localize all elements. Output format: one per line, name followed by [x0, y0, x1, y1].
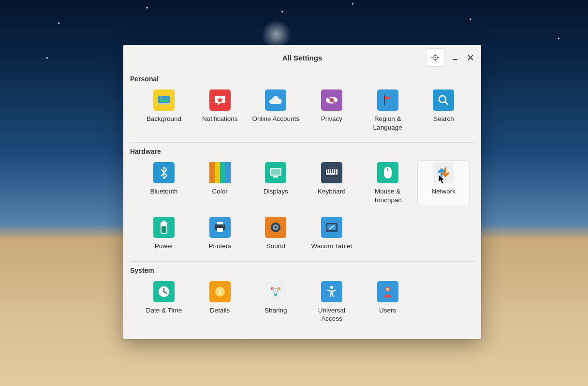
item-mouse-touchpad[interactable]: Mouse & Touchpad: [362, 160, 414, 206]
svg-rect-38: [328, 171, 329, 173]
window-controls: [426, 45, 478, 70]
display-icon: [269, 167, 282, 178]
item-label: Displays: [264, 187, 288, 196]
item-label: Universal Access: [308, 306, 356, 323]
item-label: Network: [432, 187, 456, 196]
svg-point-11: [161, 97, 162, 99]
item-sound[interactable]: Sound: [250, 215, 302, 252]
item-online-accounts[interactable]: Online Accounts: [250, 88, 302, 134]
section-title-hardware: Hardware: [130, 148, 474, 155]
keyboard-icon: [324, 168, 339, 178]
item-label: Privacy: [321, 115, 342, 123]
svg-rect-51: [217, 222, 223, 224]
item-wacom-tablet[interactable]: Wacom Tablet: [306, 215, 358, 252]
network-icon: [437, 166, 450, 179]
item-users[interactable]: Users: [362, 279, 414, 325]
item-label: Power: [155, 242, 173, 251]
color-icon: [209, 162, 231, 183]
item-label: Details: [210, 306, 230, 315]
svg-point-64: [163, 291, 165, 292]
info-icon: [214, 286, 226, 297]
item-label: Users: [379, 306, 396, 315]
item-universal-access[interactable]: Universal Access: [306, 279, 358, 325]
svg-point-1: [435, 57, 436, 59]
close-button[interactable]: [463, 49, 478, 66]
svg-point-67: [219, 288, 220, 290]
item-sharing[interactable]: Sharing: [250, 279, 302, 325]
speaker-icon: [270, 222, 281, 233]
item-notifications[interactable]: Notifications: [194, 88, 246, 134]
item-label: Keyboard: [318, 187, 346, 196]
item-printers[interactable]: Printers: [194, 215, 246, 252]
grid-hardware: Bluetooth Color: [130, 159, 474, 252]
svg-line-22: [445, 102, 448, 104]
svg-rect-6: [453, 59, 457, 60]
svg-rect-19: [384, 95, 385, 105]
item-bluetooth[interactable]: Bluetooth: [138, 160, 190, 206]
sharing-icon: [269, 286, 282, 297]
item-label: Sound: [266, 242, 285, 251]
mouse-icon: [383, 166, 392, 179]
item-details[interactable]: Details: [194, 279, 246, 325]
svg-rect-28: [271, 169, 280, 175]
item-label: Background: [147, 115, 181, 123]
search-icon: [438, 94, 449, 106]
minimize-button[interactable]: [447, 49, 463, 66]
item-label: Wacom Tablet: [311, 242, 353, 251]
notifications-icon: [214, 94, 226, 106]
settings-content: Personal Background: [123, 70, 481, 339]
user-icon: [382, 286, 393, 297]
settings-window: All Settings: [123, 45, 481, 339]
svg-rect-43: [326, 173, 328, 175]
svg-rect-41: [334, 171, 335, 173]
svg-point-76: [386, 287, 389, 291]
item-power[interactable]: Power: [138, 215, 190, 252]
svg-rect-66: [220, 291, 220, 294]
grid-system: Date & Time Details: [130, 278, 474, 325]
minimize-icon: [452, 55, 458, 60]
svg-line-72: [272, 289, 276, 295]
background-icon: [158, 95, 170, 105]
svg-rect-47: [387, 168, 388, 171]
item-label: Search: [433, 115, 454, 123]
item-date-time[interactable]: Date & Time: [138, 279, 190, 325]
item-label: Date & Time: [146, 306, 182, 315]
item-network[interactable]: Network: [417, 160, 470, 206]
svg-rect-40: [332, 171, 333, 173]
svg-rect-35: [334, 169, 335, 171]
item-label: Bluetooth: [150, 187, 177, 196]
window-title: All Settings: [282, 54, 323, 62]
section-system: System Date & Time: [130, 262, 474, 334]
item-label: Notifications: [202, 115, 238, 123]
svg-rect-36: [336, 169, 338, 171]
svg-rect-25: [220, 162, 225, 183]
item-keyboard[interactable]: Keyboard: [306, 160, 358, 206]
item-displays[interactable]: Displays: [250, 160, 302, 206]
item-color[interactable]: Color: [194, 160, 246, 206]
item-privacy[interactable]: Privacy: [306, 88, 358, 134]
locate-button[interactable]: [426, 48, 444, 67]
section-title-personal: Personal: [130, 75, 474, 83]
svg-rect-45: [336, 173, 338, 175]
svg-rect-39: [330, 171, 331, 173]
svg-rect-34: [332, 169, 333, 171]
section-hardware: Hardware Bluetooth: [130, 143, 474, 262]
close-icon: [468, 55, 473, 60]
svg-marker-14: [218, 103, 220, 105]
clock-icon: [158, 285, 170, 298]
item-background[interactable]: Background: [138, 88, 190, 134]
cloud-icon: [268, 95, 283, 105]
svg-rect-26: [225, 162, 231, 183]
eye-icon: [325, 96, 338, 104]
svg-point-74: [330, 286, 333, 289]
desktop-wallpaper: All Settings: [0, 0, 588, 386]
svg-rect-29: [273, 176, 278, 178]
item-label: Printers: [208, 242, 231, 251]
titlebar: All Settings: [123, 45, 481, 70]
crosshair-icon: [431, 53, 440, 62]
item-search[interactable]: Search: [417, 88, 470, 134]
bluetooth-icon: [160, 166, 168, 179]
svg-point-57: [275, 226, 277, 229]
item-region-language[interactable]: Region & Language: [362, 88, 414, 134]
svg-rect-23: [209, 162, 215, 183]
